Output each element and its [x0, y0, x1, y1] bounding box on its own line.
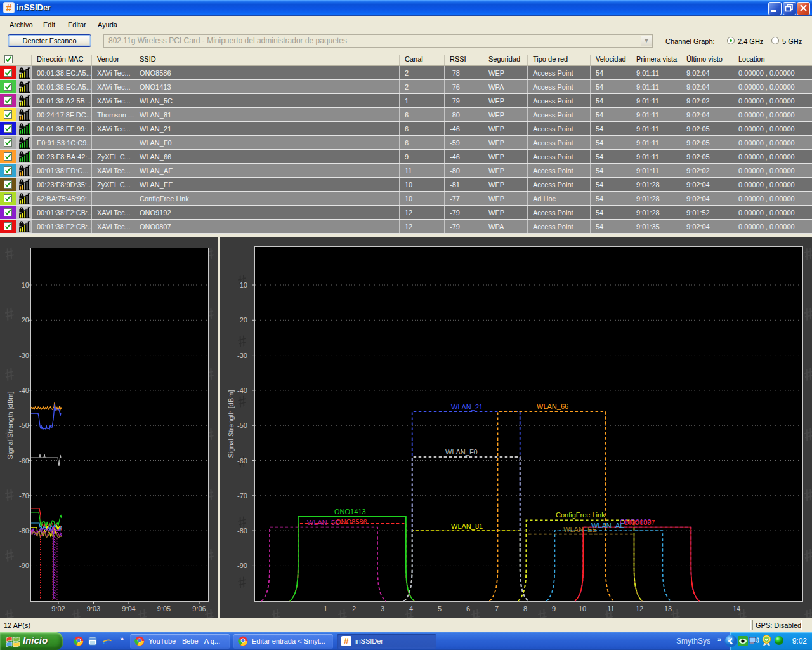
svg-text:WLAN_81: WLAN_81: [451, 522, 483, 530]
svg-text:-10: -10: [237, 281, 247, 289]
svg-text:-60: -60: [237, 457, 247, 465]
svg-text:ONO8586: ONO8586: [336, 518, 367, 526]
svg-text:1: 1: [324, 605, 327, 613]
svg-text:WLAN_EE: WLAN_EE: [563, 526, 597, 533]
svg-text:3: 3: [381, 605, 384, 613]
svg-text:WLAN_5C: WLAN_5C: [307, 519, 340, 526]
svg-text:9:02: 9:02: [51, 605, 65, 613]
svg-text:-90: -90: [19, 562, 29, 569]
svg-text:-70: -70: [19, 492, 29, 500]
svg-text:-40: -40: [237, 387, 247, 394]
svg-text:-90: -90: [237, 562, 247, 569]
svg-text:4: 4: [409, 605, 413, 613]
svg-text:-10: -10: [19, 281, 29, 289]
svg-text:WLAN_66: WLAN_66: [537, 402, 568, 410]
svg-text:5: 5: [438, 605, 442, 613]
svg-text:-40: -40: [19, 387, 29, 394]
svg-text:ONO1413: ONO1413: [334, 508, 366, 515]
svg-text:9:05: 9:05: [157, 605, 171, 613]
svg-text:10: 10: [579, 605, 586, 613]
svg-text:9: 9: [552, 605, 556, 613]
svg-text:-20: -20: [19, 316, 29, 324]
svg-text:-30: -30: [19, 352, 29, 359]
svg-text:-80: -80: [19, 527, 29, 534]
svg-text:WLAN_F0: WLAN_F0: [445, 448, 478, 456]
svg-text:ONO0807: ONO0807: [624, 519, 655, 526]
svg-text:-20: -20: [237, 316, 247, 324]
svg-text:WLAN_21: WLAN_21: [451, 403, 483, 411]
svg-text:-30: -30: [237, 352, 247, 359]
svg-text:9:03: 9:03: [87, 605, 100, 613]
svg-text:6: 6: [466, 605, 470, 613]
svg-text:9:06: 9:06: [192, 605, 206, 613]
svg-text:8: 8: [523, 605, 527, 613]
svg-text:2: 2: [352, 605, 356, 613]
svg-text:9:04: 9:04: [122, 605, 135, 613]
svg-text:Signal Strength [dBm]: Signal Strength [dBm]: [6, 391, 14, 459]
svg-text:-70: -70: [237, 492, 247, 500]
svg-text:13: 13: [664, 605, 672, 613]
svg-text:-50: -50: [19, 421, 29, 429]
svg-text:12: 12: [636, 605, 643, 613]
svg-text:-80: -80: [237, 527, 247, 534]
svg-text:Signal Strength [dBm]: Signal Strength [dBm]: [227, 390, 235, 458]
svg-text:-60: -60: [19, 457, 29, 465]
svg-text:ConfigFree Link: ConfigFree Link: [556, 511, 605, 519]
svg-text:7: 7: [495, 605, 499, 613]
svg-text:11: 11: [607, 605, 614, 613]
svg-text:14: 14: [733, 605, 740, 613]
svg-text:-50: -50: [237, 421, 247, 429]
